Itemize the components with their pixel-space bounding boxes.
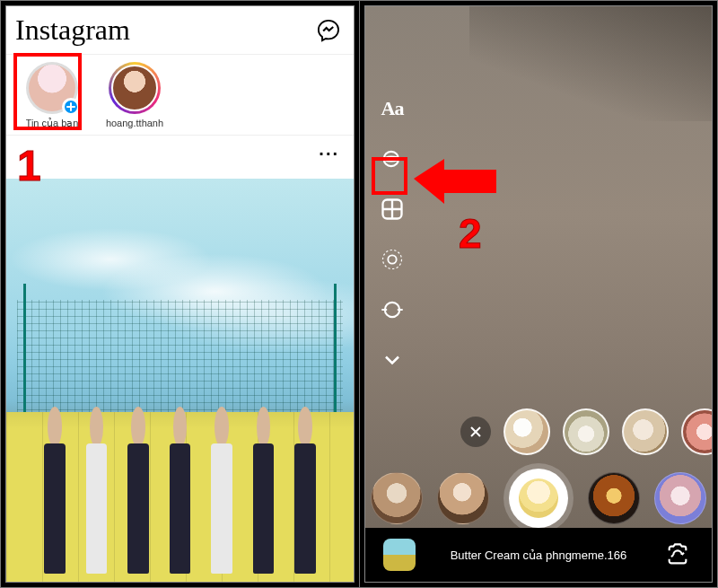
effects-row-main[interactable] (365, 461, 712, 536)
close-effects-icon[interactable] (460, 417, 491, 447)
header: Instagram (6, 6, 354, 55)
left-panel: Instagram Tin của bạn (1, 1, 359, 587)
story-hoang-tthanh[interactable]: hoang.tthanh (103, 62, 166, 129)
effect-thumb-a[interactable] (371, 472, 423, 524)
feed-image[interactable] (6, 179, 354, 582)
flip-camera-icon[interactable] (661, 539, 694, 571)
right-panel: Aa (359, 1, 717, 587)
svg-point-1 (383, 250, 402, 269)
effect-thumb-b[interactable] (437, 472, 489, 524)
multi-capture-icon[interactable] (380, 247, 405, 272)
effect-thumb-4[interactable] (681, 408, 713, 455)
bottom-bar: Butter Cream của phngmeme.166 (365, 528, 712, 582)
selected-effect-preview (519, 478, 558, 518)
instagram-home: Instagram Tin của bạn (5, 5, 355, 583)
instagram-logo[interactable]: Instagram (15, 13, 130, 47)
boomerang-icon[interactable] (380, 146, 405, 171)
level-icon[interactable] (380, 297, 405, 322)
svg-point-3 (385, 303, 399, 317)
gallery-icon[interactable] (383, 539, 416, 571)
shutter-button[interactable] (503, 463, 574, 533)
layout-icon[interactable] (380, 197, 405, 222)
text-tool[interactable]: Aa (380, 96, 405, 121)
effect-name-label[interactable]: Butter Cream của phngmeme.166 (430, 549, 647, 562)
svg-point-2 (388, 255, 396, 263)
post-header: ··· (6, 136, 354, 171)
story-camera: Aa (364, 5, 713, 583)
story-label: hoang.tthanh (106, 118, 163, 128)
messenger-icon[interactable] (316, 18, 341, 43)
story-label: Tin của bạn (26, 118, 79, 129)
more-icon[interactable]: ··· (319, 144, 339, 164)
stories-tray[interactable]: Tin của bạn hoang.tthanh (6, 55, 354, 136)
your-story[interactable]: Tin của bạn (21, 62, 83, 129)
effect-thumb-1[interactable] (503, 408, 550, 455)
add-story-icon[interactable] (62, 98, 80, 116)
effect-thumb-3[interactable] (622, 408, 669, 455)
chevron-down-icon[interactable] (380, 347, 405, 373)
effect-thumb-d[interactable] (654, 472, 706, 524)
effects-row-top[interactable] (365, 405, 712, 459)
story-tools: Aa (380, 96, 405, 373)
effect-thumb-c[interactable] (588, 472, 640, 524)
effect-thumb-2[interactable] (563, 408, 609, 455)
